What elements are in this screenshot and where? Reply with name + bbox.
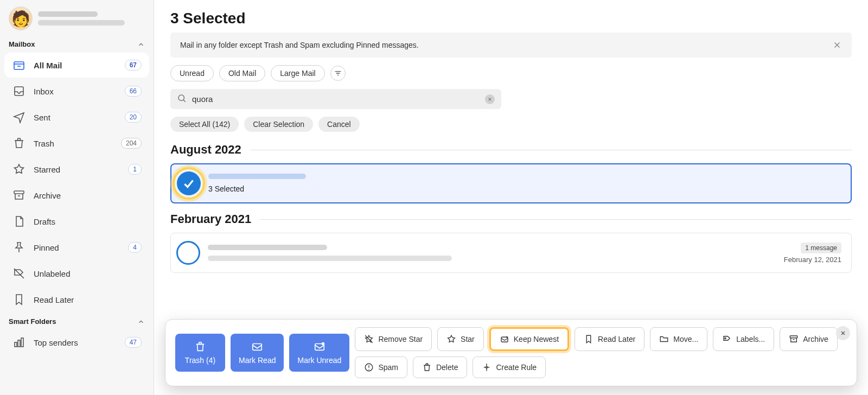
sidebar-item-label: All Mail — [34, 61, 117, 70]
bookmark-icon — [12, 292, 26, 307]
mailbox-section-header[interactable]: Mailbox — [0, 36, 154, 52]
button-label: Create Rule — [496, 363, 537, 372]
read-later-button[interactable]: Read Later — [575, 327, 644, 351]
mail-meta: 1 message February 12, 2021 — [784, 243, 841, 264]
info-message: Mail in any folder except Trash and Spam… — [180, 41, 419, 49]
sidebar-item-label: Starred — [34, 165, 120, 174]
search-bar[interactable] — [170, 89, 501, 109]
chevron-up-icon — [137, 318, 145, 326]
svg-point-5 — [178, 95, 184, 101]
create-rule-button[interactable]: Create Rule — [473, 356, 546, 378]
sidebar-item-label: Inbox — [34, 87, 117, 96]
search-icon — [177, 93, 187, 105]
sidebar-item-trash[interactable]: Trash 204 — [4, 131, 149, 156]
chip-old-mail[interactable]: Old Mail — [219, 65, 265, 81]
button-label: Archive — [803, 335, 828, 343]
mark-unread-button[interactable]: Mark Unread — [289, 334, 349, 372]
clear-selection-button[interactable]: Clear Selection — [244, 117, 313, 132]
select-all-button[interactable]: Select All (142) — [170, 117, 239, 132]
sidebar-item-sent[interactable]: Sent 20 — [4, 105, 149, 130]
button-label: Move... — [673, 335, 698, 343]
clear-search-icon[interactable] — [485, 94, 495, 104]
group-title: August 2022 — [170, 143, 241, 157]
archive-icon — [12, 188, 26, 202]
sidebar-item-label: Top senders — [34, 338, 117, 347]
sidebar-item-unlabeled[interactable]: Unlabeled — [4, 261, 149, 286]
selection-controls: Select All (142) Clear Selection Cancel — [170, 117, 852, 132]
star-icon — [12, 162, 26, 176]
star-button[interactable]: Star — [437, 327, 484, 351]
svg-point-14 — [369, 369, 370, 370]
button-label: Mark Unread — [297, 356, 341, 365]
selection-checkbox[interactable] — [176, 241, 200, 265]
trash-icon — [12, 136, 26, 150]
mail-card[interactable]: 1 message February 12, 2021 — [170, 233, 852, 273]
count-badge: 66 — [125, 86, 142, 97]
count-badge: 47 — [125, 337, 142, 348]
sidebar-item-starred[interactable]: Starred 1 — [4, 157, 149, 182]
sidebar-item-label: Drafts — [34, 217, 142, 226]
group-title: February 2021 — [170, 212, 251, 226]
svg-point-10 — [506, 336, 508, 338]
sidebar-item-top-senders[interactable]: Top senders 47 — [4, 330, 149, 355]
drafts-icon — [12, 214, 26, 228]
spam-button[interactable]: Spam — [355, 356, 407, 378]
group-header: February 2021 — [170, 212, 852, 226]
page-title: 3 Selected — [170, 10, 852, 27]
close-actionbar-icon[interactable] — [836, 326, 850, 340]
button-label: Star — [461, 335, 475, 343]
keep-newest-button[interactable]: Keep Newest — [489, 327, 569, 351]
group-header: August 2022 — [170, 143, 852, 157]
count-badge: 204 — [121, 138, 142, 149]
message-count-badge: 1 message — [801, 243, 841, 253]
sidebar-item-label: Read Later — [34, 295, 142, 304]
svg-rect-0 — [14, 62, 24, 69]
close-icon[interactable] — [832, 40, 842, 50]
mark-read-button[interactable]: Mark Read — [231, 334, 284, 372]
svg-point-8 — [322, 342, 325, 346]
count-badge: 20 — [125, 112, 142, 123]
remove-star-button[interactable]: Remove Star — [355, 327, 432, 351]
archive-button[interactable]: Archive — [780, 327, 838, 351]
selection-checkbox-checked[interactable] — [173, 167, 205, 200]
sidebar-item-label: Trash — [34, 139, 113, 148]
count-badge: 1 — [128, 164, 142, 175]
smart-folders-section-header[interactable]: Smart Folders — [0, 313, 154, 329]
sidebar-item-all-mail[interactable]: All Mail 67 — [4, 53, 149, 78]
trash-button[interactable]: Trash (4) — [175, 334, 225, 372]
sidebar-item-pinned[interactable]: Pinned 4 — [4, 235, 149, 260]
filter-settings-icon[interactable] — [330, 66, 346, 81]
sidebar-item-read-later[interactable]: Read Later — [4, 287, 149, 312]
button-label: Trash (4) — [185, 356, 215, 365]
search-input[interactable] — [192, 94, 480, 104]
pin-icon — [12, 240, 26, 254]
top-senders-icon — [12, 335, 26, 349]
svg-rect-1 — [14, 191, 24, 194]
chip-unread[interactable]: Unread — [170, 65, 214, 81]
sidebar-item-drafts[interactable]: Drafts — [4, 209, 149, 234]
cancel-selection-button[interactable]: Cancel — [318, 117, 360, 132]
avatar[interactable] — [9, 7, 33, 30]
unlabeled-icon — [12, 266, 26, 281]
sidebar-item-archive[interactable]: Archive — [4, 183, 149, 208]
button-label: Delete — [436, 363, 458, 372]
svg-point-15 — [486, 367, 488, 368]
selected-count-label: 3 Selected — [208, 184, 841, 193]
info-bar: Mail in any folder except Trash and Spam… — [170, 33, 852, 58]
mail-card-selected[interactable]: 3 Selected — [170, 163, 852, 203]
sidebar-item-inbox[interactable]: Inbox 66 — [4, 79, 149, 104]
count-badge: 67 — [125, 60, 142, 71]
sidebar-item-label: Unlabeled — [34, 269, 142, 278]
move-button[interactable]: Move... — [650, 327, 707, 351]
sent-icon — [12, 110, 26, 124]
button-label: Mark Read — [239, 356, 276, 365]
filter-chips: Unread Old Mail Large Mail — [170, 65, 852, 81]
profile-header[interactable] — [0, 0, 154, 36]
chevron-up-icon — [137, 41, 145, 48]
labels-button[interactable]: Labels... — [713, 327, 774, 351]
delete-button[interactable]: Delete — [413, 356, 467, 378]
sidebar-item-label: Archive — [34, 191, 142, 200]
chip-large-mail[interactable]: Large Mail — [271, 65, 324, 81]
profile-text — [38, 11, 145, 26]
button-label: Labels... — [736, 335, 765, 343]
